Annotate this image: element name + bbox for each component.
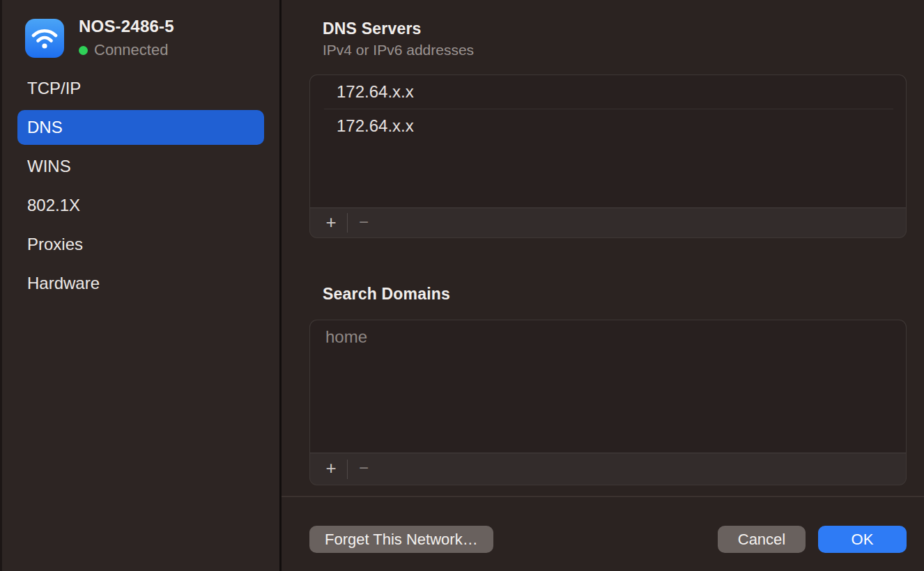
network-status: Connected <box>79 41 174 59</box>
sidebar-item-8021x[interactable]: 802.1X <box>17 188 264 223</box>
ok-button[interactable]: OK <box>818 526 907 553</box>
dns-servers-list: 172.64.x.x 172.64.x.x + − <box>309 75 907 238</box>
plus-icon: + <box>325 212 336 233</box>
network-header: NOS-2486-5 Connected <box>25 17 174 59</box>
dns-server-row[interactable]: 172.64.x.x <box>310 109 906 143</box>
network-status-label: Connected <box>94 41 168 59</box>
sidebar-item-tcpip[interactable]: TCP/IP <box>17 71 264 106</box>
dns-servers-subtitle: IPv4 or IPv6 addresses <box>323 42 474 58</box>
connected-dot-icon <box>79 46 88 55</box>
remove-dns-server-button[interactable]: − <box>352 214 376 233</box>
plus-icon: + <box>325 457 336 478</box>
footer-divider <box>282 496 924 497</box>
sidebar-item-proxies[interactable]: Proxies <box>17 227 264 262</box>
sidebar-item-dns[interactable]: DNS <box>17 110 264 145</box>
search-domains-toolbar: + − <box>310 453 906 485</box>
cancel-button[interactable]: Cancel <box>718 526 806 553</box>
dns-servers-toolbar: + − <box>310 208 906 237</box>
search-domains-list: home + − <box>309 320 907 485</box>
dns-servers-title: DNS Servers <box>323 19 422 38</box>
dns-server-row[interactable]: 172.64.x.x <box>310 75 906 109</box>
add-search-domain-button[interactable]: + <box>319 459 343 479</box>
search-domains-title: Search Domains <box>323 285 450 304</box>
minus-icon: − <box>359 212 369 231</box>
dns-servers-rows: 172.64.x.x 172.64.x.x <box>310 75 906 208</box>
wifi-icon <box>25 19 64 58</box>
toolbar-divider <box>347 460 348 479</box>
forget-network-button[interactable]: Forget This Network… <box>309 526 493 553</box>
network-name: NOS-2486-5 <box>79 17 174 36</box>
search-domain-row[interactable]: home <box>310 320 906 354</box>
wifi-details-dialog: NOS-2486-5 Connected TCP/IP DNS WINS 802… <box>0 0 924 571</box>
remove-search-domain-button[interactable]: − <box>352 460 376 478</box>
add-dns-server-button[interactable]: + <box>319 213 343 233</box>
sidebar-item-wins[interactable]: WINS <box>17 149 264 184</box>
minus-icon: − <box>359 458 369 477</box>
sidebar: NOS-2486-5 Connected TCP/IP DNS WINS 802… <box>0 0 282 571</box>
dns-pane: DNS Servers IPv4 or IPv6 addresses 172.6… <box>282 0 924 571</box>
sidebar-nav: TCP/IP DNS WINS 802.1X Proxies Hardware <box>17 71 264 301</box>
network-info: NOS-2486-5 Connected <box>79 17 174 59</box>
toolbar-divider <box>347 213 348 233</box>
sidebar-item-hardware[interactable]: Hardware <box>17 266 264 301</box>
search-domains-rows: home <box>310 320 906 453</box>
footer: Forget This Network… Cancel OK <box>309 526 907 553</box>
